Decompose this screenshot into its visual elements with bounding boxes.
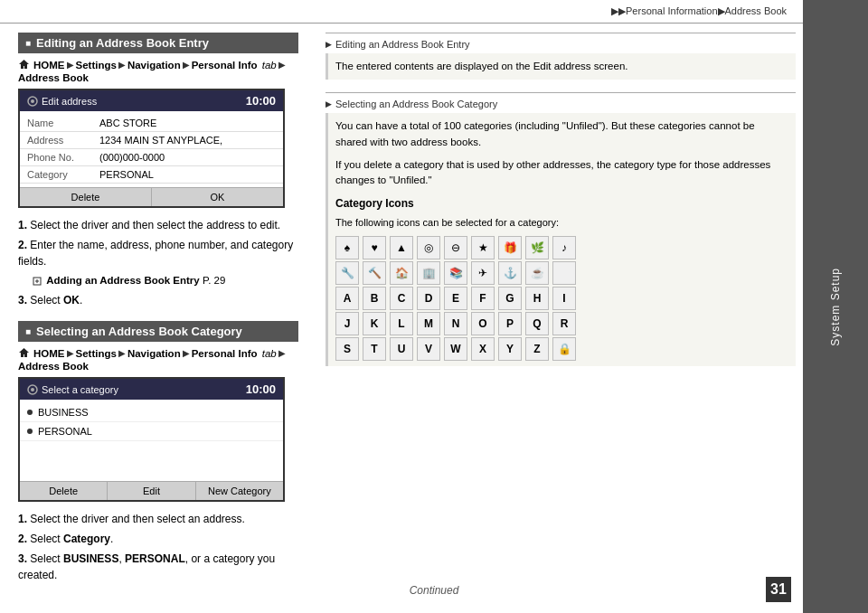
- nav-addressbook2: Address Book: [18, 361, 89, 372]
- ok-btn-1[interactable]: OK: [152, 188, 283, 206]
- screen-mockup-2: Select a category 10:00 BUSINESS PERSONA…: [18, 377, 285, 502]
- cat-icon-M: M: [417, 312, 440, 335]
- cat-icon-triangle: ▲: [390, 236, 413, 259]
- screen-title-text-2: Select a category: [42, 384, 118, 395]
- nav-settings1: Settings: [76, 60, 117, 71]
- right-note-1: Editing an Address Book Entry The entere…: [326, 33, 796, 80]
- cat-icon-N: N: [444, 312, 467, 335]
- right-sidebar: System Setup: [803, 0, 868, 613]
- cat-icon-G: G: [498, 287, 522, 310]
- section1-wrapper: Editing an Address Book Entry HOME ▶ Set…: [18, 33, 298, 308]
- cat-icons-grid: ♠ ♥ ▲ ◎ ⊖ ★ 🎁 🌿 ♪ 🔧 🔨 🏠 🏢 📚 ✈ ⚓: [335, 236, 788, 361]
- cat-icon-E: E: [444, 287, 467, 310]
- right-note-2-body: You can have a total of 100 categories (…: [326, 113, 796, 366]
- cat-icon-heart: ♥: [363, 236, 386, 259]
- right-note-2-para2: If you delete a category that is used by…: [335, 157, 788, 189]
- cat-icon-R: R: [552, 312, 576, 335]
- section2-heading: Selecting an Address Book Category: [18, 321, 298, 342]
- cat-icon-D: D: [417, 287, 440, 310]
- screen-title-text-1: Edit address: [42, 96, 97, 107]
- cat-icon-A: A: [335, 287, 359, 310]
- cat-icon-anchor: ⚓: [498, 261, 522, 285]
- cat-icon-S: S: [335, 337, 359, 361]
- left-column: Editing an Address Book Entry HOME ▶ Set…: [18, 33, 298, 600]
- screen-row-name: Name ABC STORE: [20, 115, 283, 132]
- breadcrumb-text: ▶▶Personal Information▶Address Book: [611, 5, 787, 17]
- cat-icon-T: T: [363, 337, 386, 361]
- nav-settings2: Settings: [76, 348, 117, 359]
- cat-icon-house: 🏠: [390, 261, 413, 285]
- cat-icon-circle: ◎: [417, 236, 440, 259]
- cat-icon-B: B: [363, 287, 386, 310]
- section1-nav: HOME ▶ Settings ▶ Navigation ▶ Personal …: [18, 59, 298, 83]
- settings-icon-2: [27, 384, 38, 395]
- screen-row-address: Address 1234 MAIN ST ANYPLACE,: [20, 132, 283, 149]
- cat-icon-U: U: [390, 337, 413, 361]
- right-note-2-title: Selecting an Address Book Category: [326, 99, 796, 109]
- cat-icons-sub: The following icons can be selected for …: [335, 215, 788, 231]
- cat-icon-wrench: 🔧: [335, 261, 359, 285]
- step-1-3: 3. Select OK.: [18, 292, 298, 308]
- step-2-2: 2. Select Category.: [18, 531, 298, 547]
- cat-icon-hammer: 🔨: [363, 261, 386, 285]
- nav-home2: HOME: [33, 348, 65, 359]
- section2-wrapper: Selecting an Address Book Category HOME …: [18, 321, 298, 583]
- cat-icon-book: 📚: [444, 261, 467, 285]
- cat-icon-I: I: [552, 287, 576, 310]
- step-1-2sub: Adding an Address Book Entry P. 29: [33, 273, 298, 288]
- step-2-1: 1. Select the driver and then select an …: [18, 511, 298, 527]
- screen-time-2: 10:00: [246, 382, 276, 396]
- section1-heading-text: Editing an Address Book Entry: [36, 36, 209, 50]
- screen-empty-space: [20, 441, 283, 477]
- cat-personal: PERSONAL: [20, 422, 283, 441]
- main-content: Editing an Address Book Entry HOME ▶ Set…: [0, 24, 868, 609]
- delete-btn-1[interactable]: Delete: [20, 188, 152, 206]
- cat-business: BUSINESS: [20, 403, 283, 422]
- steps-list-2: 1. Select the driver and then select an …: [18, 511, 298, 583]
- cat-icon-spade: ♠: [335, 236, 359, 259]
- cat-icon-plane: ✈: [471, 261, 495, 285]
- screen-header-1: Edit address 10:00: [20, 90, 283, 111]
- cat-icon-P: P: [498, 312, 522, 335]
- sidebar-label: System Setup: [829, 268, 842, 346]
- new-cat-btn-2[interactable]: New Category: [196, 482, 283, 500]
- screen-mockup-1: Edit address 10:00 Name ABC STORE Addres…: [18, 89, 285, 208]
- cat-icon-Y: Y: [498, 337, 522, 361]
- screen-body-1: Name ABC STORE Address 1234 MAIN ST ANYP…: [20, 111, 283, 187]
- svg-point-4: [31, 388, 34, 391]
- right-note-2-para1: You can have a total of 100 categories (…: [335, 118, 788, 150]
- cat-icon-leaf: 🌿: [525, 236, 549, 259]
- settings-icon-1: [27, 96, 38, 107]
- cat-icons-label: Category Icons: [335, 195, 788, 212]
- section1-heading: Editing an Address Book Entry: [18, 33, 298, 53]
- nav-personalinfo1: Personal Info: [192, 60, 258, 71]
- right-column: Editing an Address Book Entry The entere…: [316, 33, 796, 600]
- cat-icon-lock: 🔒: [552, 337, 576, 361]
- screen-title-1: Edit address: [27, 96, 97, 107]
- screen-header-2: Select a category 10:00: [20, 379, 283, 400]
- cat-icon-empty-r2: [552, 261, 576, 285]
- cat-icon-gift: 🎁: [498, 236, 522, 259]
- page-number: 31: [766, 577, 791, 602]
- step-2-3: 3. Select BUSINESS, PERSONAL, or a categ…: [18, 551, 298, 583]
- edit-btn-2[interactable]: Edit: [108, 482, 195, 500]
- delete-btn-2[interactable]: Delete: [20, 482, 108, 500]
- cat-icon-H: H: [525, 287, 549, 310]
- nav-addressbook1: Address Book: [18, 72, 89, 83]
- nav-navigation2: Navigation: [127, 348, 181, 359]
- cat-icon-J: J: [335, 312, 359, 335]
- right-note-2: Selecting an Address Book Category You c…: [326, 92, 796, 366]
- nav-personalinfo2: Personal Info: [192, 348, 258, 359]
- screen-footer-2: Delete Edit New Category: [20, 481, 283, 500]
- cat-icon-minus-circle: ⊖: [444, 236, 467, 259]
- section2-nav: HOME ▶ Settings ▶ Navigation ▶ Personal …: [18, 347, 298, 372]
- cat-icon-C: C: [390, 287, 413, 310]
- screen-body-2: BUSINESS PERSONAL: [20, 400, 283, 481]
- section2-heading-text: Selecting an Address Book Category: [36, 325, 242, 338]
- screen-time-1: 10:00: [246, 94, 276, 108]
- cat-icon-X: X: [471, 337, 495, 361]
- cat-icon-K: K: [363, 312, 386, 335]
- nav-tab1: tab: [259, 60, 277, 71]
- nav-home: HOME: [33, 60, 65, 71]
- screen-row-category: Category PERSONAL: [20, 166, 283, 184]
